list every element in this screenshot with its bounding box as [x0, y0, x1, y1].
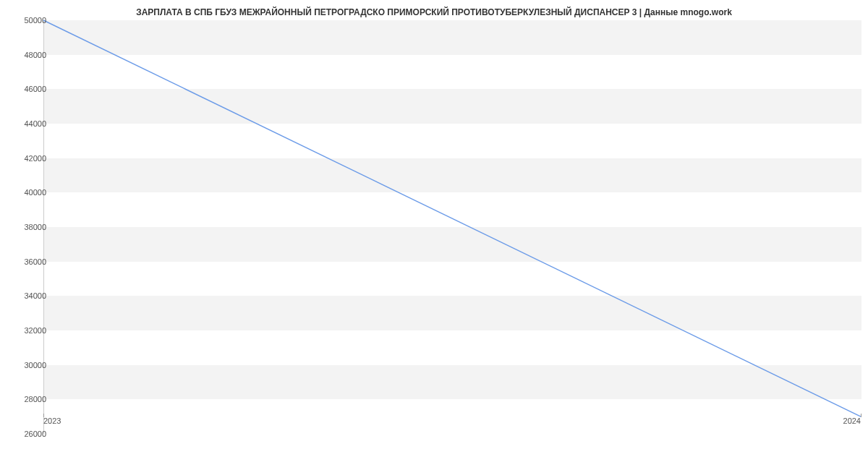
- x-tick-mark: [861, 414, 861, 417]
- x-tick-label: 2023: [43, 416, 61, 425]
- y-tick-label: 32000: [10, 326, 46, 335]
- y-tick-label: 30000: [10, 361, 46, 369]
- y-tick-label: 40000: [10, 188, 46, 197]
- x-tick-label: 2024: [843, 416, 861, 425]
- chart-title: ЗАРПЛАТА В СПБ ГБУЗ МЕЖРАЙОННЫЙ ПЕТРОГРА…: [0, 0, 868, 17]
- y-tick-label: 34000: [10, 291, 46, 300]
- y-tick-label: 42000: [10, 154, 46, 163]
- y-tick-label: 28000: [10, 395, 46, 403]
- y-tick-label: 46000: [10, 85, 46, 93]
- y-tick-label: 50000: [10, 16, 46, 25]
- y-tick-label: 36000: [10, 257, 46, 266]
- chart-plot-area: [43, 20, 861, 434]
- y-tick-label: 44000: [10, 119, 46, 128]
- data-line: [43, 20, 861, 416]
- y-tick-label: 38000: [10, 223, 46, 231]
- y-tick-label: 26000: [10, 430, 46, 438]
- y-tick-label: 48000: [10, 51, 46, 59]
- chart-line-layer: [43, 20, 861, 434]
